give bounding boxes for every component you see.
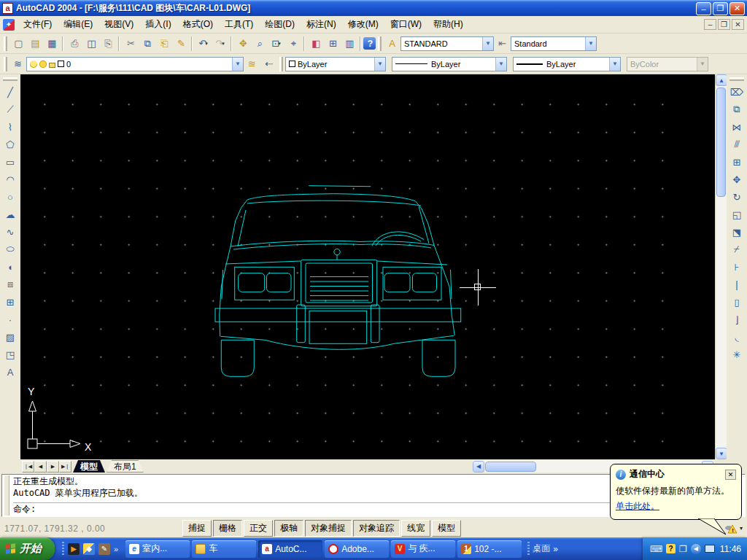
toggle-otrack[interactable]: 对象追踪: [353, 520, 400, 537]
linetype-combo[interactable]: ByLayer ▼: [392, 57, 507, 71]
drawing-canvas[interactable]: Y X: [20, 74, 715, 459]
coordinate-readout[interactable]: 1771.07, 1791.32 , 0.00: [3, 524, 182, 534]
mdi-restore-button[interactable]: ❐: [718, 19, 730, 30]
toolbar-grip[interactable]: [729, 77, 744, 81]
menu-tools[interactable]: 工具(T): [219, 17, 259, 32]
text-style-combo[interactable]: STANDARD ▼: [400, 36, 494, 51]
desktop-chevron[interactable]: »: [553, 544, 558, 554]
menu-edit[interactable]: 编辑(E): [58, 17, 98, 32]
menu-format[interactable]: 格式(O): [177, 17, 219, 32]
media-player-icon[interactable]: ▶: [68, 543, 80, 555]
acdsee-icon[interactable]: ◆: [83, 543, 95, 555]
make-block-icon[interactable]: ⊞: [1, 293, 19, 311]
separator[interactable]: [118, 36, 120, 51]
make-layer-current-icon[interactable]: ≊: [244, 55, 260, 72]
chevron-down-icon[interactable]: ▼: [482, 37, 493, 50]
toolbar-grip[interactable]: [4, 36, 7, 51]
toggle-polar[interactable]: 极轴: [274, 520, 303, 537]
break-at-point-icon[interactable]: ❘: [728, 276, 746, 293]
designcenter-icon[interactable]: ⊞: [324, 35, 341, 52]
explode-icon[interactable]: ✳: [728, 346, 746, 363]
undo-icon[interactable]: ↶▾: [195, 35, 212, 52]
redo-icon[interactable]: ↷▾: [212, 35, 228, 52]
multiline-text-icon[interactable]: A: [1, 363, 19, 381]
lineweight-combo[interactable]: ByLayer ▼: [513, 57, 621, 71]
tab-prev-button[interactable]: ◀: [34, 461, 47, 472]
scale-icon[interactable]: ◱: [728, 206, 746, 223]
quick-launch-chevron[interactable]: »: [114, 545, 118, 553]
offset-icon[interactable]: ⫻: [728, 136, 746, 153]
spline-icon[interactable]: ∿: [1, 223, 19, 241]
copy-icon[interactable]: ⧉: [139, 35, 155, 52]
task-button-indoor[interactable]: e 室内...: [125, 540, 190, 558]
help-tray-icon[interactable]: ?: [666, 544, 676, 553]
display-tray-icon[interactable]: [705, 545, 715, 553]
plot-preview-icon[interactable]: ◫: [82, 35, 99, 52]
rotate-icon[interactable]: ↻: [728, 188, 746, 206]
zoom-previous-icon[interactable]: ⌖: [285, 35, 301, 52]
task-button-adobe[interactable]: Adobe...: [325, 540, 389, 558]
task-button-car-folder[interactable]: 车: [192, 540, 256, 558]
keyboard-tray-icon[interactable]: ⌨: [650, 545, 662, 553]
circle-icon[interactable]: ○: [1, 188, 19, 206]
layer-manager-icon[interactable]: ≋: [9, 55, 26, 72]
hatch-icon[interactable]: ▨: [1, 328, 19, 346]
text-style-icon[interactable]: A: [384, 35, 400, 52]
menu-window[interactable]: 窗口(W): [384, 17, 427, 32]
scroll-down-button[interactable]: ▼: [716, 448, 727, 459]
open-icon[interactable]: ▤: [26, 35, 43, 52]
cut-icon[interactable]: ✂: [122, 35, 139, 52]
chevron-down-icon[interactable]: ▼: [232, 58, 243, 71]
toggle-lwt[interactable]: 线宽: [401, 520, 430, 537]
toggle-grid[interactable]: 栅格: [213, 520, 242, 537]
dim-style-combo[interactable]: Standard ▼: [511, 36, 597, 51]
menu-draw[interactable]: 绘图(D): [259, 17, 301, 32]
layer-combo[interactable]: 0 ▼: [26, 57, 244, 71]
new-icon[interactable]: ▢: [9, 35, 26, 52]
save-icon[interactable]: ▦: [43, 35, 60, 52]
chevron-down-icon[interactable]: ▼: [609, 58, 620, 71]
help-icon[interactable]: ?: [363, 37, 376, 50]
separator[interactable]: [303, 36, 305, 51]
desktop-toolbar[interactable]: 桌面 »: [527, 542, 558, 556]
polyline-icon[interactable]: ⌇: [1, 118, 19, 136]
toolbar-grip[interactable]: [3, 77, 18, 81]
ellipse-arc-icon[interactable]: ◖: [1, 258, 19, 276]
task-button-autocad[interactable]: a AutoC...: [258, 540, 322, 558]
pan-icon[interactable]: ✥: [234, 35, 251, 52]
chamfer-icon[interactable]: ⌋: [728, 311, 746, 328]
menu-modify[interactable]: 修改(M): [342, 17, 384, 32]
toggle-ortho[interactable]: 正交: [244, 520, 273, 537]
chevron-down-icon[interactable]: ▼: [495, 58, 506, 71]
balloon-link[interactable]: 单击此处。: [616, 500, 736, 513]
horizontal-scroll-thumb[interactable]: [485, 462, 536, 472]
start-button[interactable]: 开始: [0, 537, 55, 560]
mirror-icon[interactable]: ⋈: [728, 118, 746, 136]
vertical-scrollbar[interactable]: ▲ ▼: [715, 74, 727, 459]
tool-palettes-icon[interactable]: ▥: [341, 35, 357, 52]
insert-block-icon[interactable]: ⧈: [1, 276, 19, 293]
zoom-realtime-icon[interactable]: ⌕: [251, 35, 268, 52]
array-icon[interactable]: ⊞: [728, 153, 746, 171]
polygon-icon[interactable]: ⬠: [1, 136, 19, 153]
tab-model[interactable]: 模型: [73, 460, 105, 472]
vertical-scroll-thumb[interactable]: [716, 88, 726, 197]
fillet-icon[interactable]: ◟: [728, 328, 746, 346]
rectangle-icon[interactable]: ▭: [1, 153, 19, 171]
ellipse-icon[interactable]: ⬭: [1, 241, 19, 258]
separator[interactable]: [191, 36, 193, 51]
task-button-vip[interactable]: V 与 疾...: [391, 540, 455, 558]
scroll-left-button[interactable]: ◀: [473, 461, 484, 472]
window-tray-icon[interactable]: ❐: [679, 545, 687, 553]
mdi-minimize-button[interactable]: –: [704, 19, 716, 30]
line-icon[interactable]: ╱: [1, 83, 19, 101]
menu-view[interactable]: 视图(V): [98, 17, 139, 32]
menu-insert[interactable]: 插入(I): [139, 17, 177, 32]
toggle-model[interactable]: 模型: [432, 520, 461, 537]
menu-file[interactable]: 文件(F): [18, 17, 58, 32]
match-properties-icon[interactable]: ✎: [172, 35, 189, 52]
balloon-close-icon[interactable]: ✕: [725, 470, 736, 480]
arc-icon[interactable]: ◠: [1, 171, 19, 188]
point-icon[interactable]: ·: [1, 311, 19, 328]
minimize-button[interactable]: –: [696, 2, 711, 15]
